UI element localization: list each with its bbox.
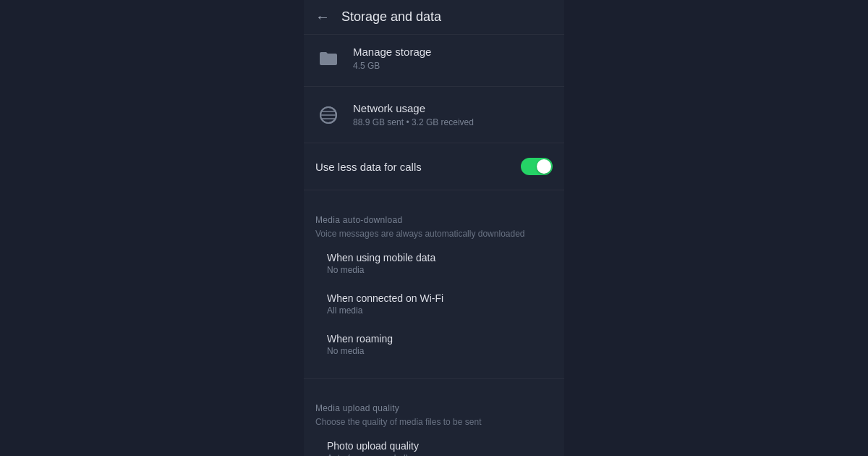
network-icon (315, 102, 341, 128)
back-button[interactable]: ← (315, 9, 330, 25)
roaming-label: When roaming (327, 333, 553, 345)
manage-storage-subtitle: 4.5 GB (353, 61, 553, 72)
media-auto-download-title: Media auto-download (315, 215, 553, 225)
header: ← Storage and data (304, 0, 564, 35)
mobile-data-label: When using mobile data (327, 252, 553, 263)
mobile-data-subtitle: No media (327, 265, 553, 275)
content-area: Manage storage 4.5 GB Network usage 88.9… (304, 35, 564, 456)
divider-2 (304, 143, 564, 143)
spacer-1 (304, 195, 564, 203)
photo-upload-quality-subtitle: Auto (recommended) (327, 453, 553, 456)
photo-upload-quality-label: Photo upload quality (327, 440, 553, 452)
spacer-3 (304, 383, 564, 392)
manage-storage-text: Manage storage 4.5 GB (353, 45, 553, 72)
wifi-subtitle: All media (327, 305, 553, 316)
media-upload-quality-subtitle: Choose the quality of media files to be … (315, 416, 553, 428)
media-auto-download-section-header: Media auto-download Voice messages are a… (304, 203, 564, 243)
photo-upload-quality-item[interactable]: Photo upload quality Auto (recommended) (304, 431, 564, 456)
spacer-2 (304, 365, 564, 373)
divider-3 (304, 190, 564, 190)
media-upload-quality-title: Media upload quality (315, 403, 553, 413)
roaming-item[interactable]: When roaming No media (304, 324, 564, 365)
media-upload-quality-section-header: Media upload quality Choose the quality … (304, 392, 564, 431)
manage-storage-item[interactable]: Manage storage 4.5 GB (304, 35, 564, 82)
folder-icon (315, 46, 341, 72)
network-usage-item[interactable]: Network usage 88.9 GB sent • 3.2 GB rece… (304, 91, 564, 138)
manage-storage-label: Manage storage (353, 45, 553, 59)
wifi-item[interactable]: When connected on Wi-Fi All media (304, 284, 564, 324)
divider-4 (304, 378, 564, 379)
network-usage-label: Network usage (353, 101, 553, 116)
use-less-data-toggle[interactable] (521, 158, 553, 175)
mobile-data-item[interactable]: When using mobile data No media (304, 243, 564, 284)
divider-1 (304, 86, 564, 87)
network-usage-subtitle: 88.9 GB sent • 3.2 GB received (353, 117, 553, 129)
phone-screen: ← Storage and data Manage storage 4.5 GB (304, 0, 564, 456)
page-title: Storage and data (341, 9, 441, 25)
use-less-data-row: Use less data for calls (304, 148, 564, 185)
roaming-subtitle: No media (327, 346, 553, 356)
media-auto-download-subtitle: Voice messages are always automatically … (315, 228, 553, 240)
use-less-data-label: Use less data for calls (315, 161, 422, 173)
network-usage-text: Network usage 88.9 GB sent • 3.2 GB rece… (353, 101, 553, 128)
wifi-label: When connected on Wi-Fi (327, 292, 553, 304)
